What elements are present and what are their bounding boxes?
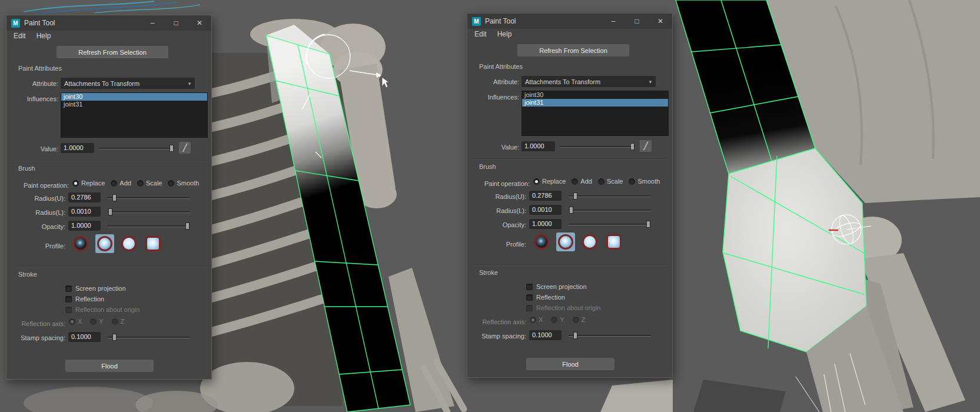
slider-handle[interactable] bbox=[108, 208, 112, 215]
influences-list[interactable]: joint30 joint31 bbox=[61, 92, 208, 138]
window-controls: – □ ✕ bbox=[602, 14, 672, 29]
flood-button[interactable]: Flood bbox=[526, 358, 614, 370]
checkbox-icon bbox=[65, 307, 72, 313]
menu-edit[interactable]: Edit bbox=[474, 30, 487, 38]
radio-icon bbox=[90, 318, 97, 325]
reflection-checkbox[interactable]: Reflection bbox=[65, 295, 104, 303]
influence-item-joint30[interactable]: joint30 bbox=[522, 91, 668, 99]
opacity-field[interactable]: 1.0000 bbox=[68, 221, 101, 231]
value-slider[interactable] bbox=[560, 142, 635, 151]
opacity-field[interactable]: 1.0000 bbox=[529, 219, 562, 229]
value-field[interactable]: 1.0000 bbox=[521, 141, 555, 151]
attribute-dropdown[interactable]: Attachments To Transform ▾ bbox=[521, 76, 656, 87]
stamp-spacing-slider[interactable] bbox=[569, 331, 651, 340]
radio-replace[interactable]: Replace bbox=[533, 178, 566, 185]
slider-handle[interactable] bbox=[630, 143, 634, 150]
attribute-dropdown[interactable]: Attachments To Transform ▾ bbox=[61, 78, 195, 89]
gaussian-brush-profile-button[interactable] bbox=[71, 234, 90, 253]
close-icon[interactable]: ✕ bbox=[188, 15, 211, 31]
slider-handle[interactable] bbox=[170, 145, 174, 152]
slider-handle[interactable] bbox=[569, 207, 573, 214]
refresh-from-selection-button[interactable]: Refresh From Selection bbox=[517, 44, 629, 57]
radio-label: Replace bbox=[542, 178, 566, 185]
minimize-icon[interactable]: – bbox=[602, 14, 625, 29]
soft-brush-profile-button[interactable] bbox=[95, 234, 114, 253]
maximize-icon[interactable]: □ bbox=[625, 14, 649, 29]
solid-brush-profile-button[interactable] bbox=[580, 232, 599, 251]
radius-u-slider[interactable] bbox=[569, 191, 651, 201]
close-icon[interactable]: ✕ bbox=[649, 14, 672, 29]
paint-value-tool-button[interactable]: ╱ bbox=[179, 142, 191, 154]
stamp-spacing-field[interactable]: 0.1000 bbox=[529, 330, 562, 340]
section-stroke: Stroke bbox=[479, 269, 498, 276]
stamp-spacing-label: Stamp spacing: bbox=[9, 334, 65, 341]
influences-list[interactable]: joint30 joint31 bbox=[521, 91, 669, 136]
radio-replace[interactable]: Replace bbox=[72, 180, 105, 187]
screen-projection-checkbox[interactable]: Screen projection bbox=[526, 283, 587, 290]
slider-handle[interactable] bbox=[646, 221, 650, 228]
reflection-axis-radios: X Y Z bbox=[530, 316, 585, 323]
reflection-about-origin-checkbox: Reflection about origin bbox=[526, 304, 600, 311]
influence-item-joint31[interactable]: joint31 bbox=[522, 99, 668, 107]
slash-icon: ╱ bbox=[182, 144, 187, 152]
paint-value-tool-button[interactable]: ╱ bbox=[640, 140, 652, 152]
radius-u-slider[interactable] bbox=[108, 193, 190, 202]
soft-brush-profile-button[interactable] bbox=[556, 232, 575, 251]
radius-u-field[interactable]: 0.2786 bbox=[68, 192, 101, 202]
square-brush-icon bbox=[145, 236, 161, 251]
radio-smooth[interactable]: Smooth bbox=[629, 178, 660, 185]
radio-icon bbox=[530, 317, 536, 323]
menu-help[interactable]: Help bbox=[497, 30, 512, 38]
slider-handle[interactable] bbox=[112, 194, 117, 201]
stamp-spacing-slider[interactable] bbox=[108, 333, 190, 342]
radio-scale[interactable]: Scale bbox=[137, 180, 162, 187]
value-field[interactable]: 1.0000 bbox=[61, 143, 94, 153]
influence-item-joint31[interactable]: joint31 bbox=[61, 101, 207, 108]
radio-smooth[interactable]: Smooth bbox=[168, 180, 199, 187]
menu-edit[interactable]: Edit bbox=[14, 32, 26, 40]
titlebar[interactable]: M Paint Tool – □ ✕ bbox=[467, 14, 672, 29]
maya-app-icon: M bbox=[472, 17, 481, 26]
opacity-slider[interactable] bbox=[108, 221, 190, 231]
section-paint-attributes: Paint Attributes bbox=[479, 63, 523, 70]
radio-label: X bbox=[78, 318, 82, 325]
refresh-from-selection-button[interactable]: Refresh From Selection bbox=[57, 46, 168, 58]
radius-u-label: Radius(U): bbox=[9, 195, 65, 202]
opacity-slider[interactable] bbox=[569, 220, 651, 229]
radio-add[interactable]: Add bbox=[572, 178, 592, 185]
solid-brush-profile-button[interactable] bbox=[119, 234, 138, 253]
radius-u-field[interactable]: 0.2786 bbox=[529, 191, 562, 201]
window-title: Paint Tool bbox=[24, 19, 55, 27]
radio-scale[interactable]: Scale bbox=[598, 178, 623, 185]
flood-button[interactable]: Flood bbox=[65, 360, 154, 372]
radio-icon bbox=[573, 317, 579, 323]
titlebar[interactable]: M Paint Tool – □ ✕ bbox=[6, 15, 211, 31]
slider-handle[interactable] bbox=[185, 222, 190, 230]
checkbox-icon bbox=[65, 296, 72, 303]
section-divider bbox=[473, 264, 666, 265]
slider-handle[interactable] bbox=[112, 334, 117, 341]
maximize-icon[interactable]: □ bbox=[164, 15, 188, 31]
screen-projection-checkbox[interactable]: Screen projection bbox=[65, 285, 126, 292]
minimize-icon[interactable]: – bbox=[141, 15, 164, 31]
radius-l-field[interactable]: 0.0010 bbox=[529, 205, 562, 215]
square-brush-profile-button[interactable] bbox=[144, 234, 162, 253]
profile-label: Profile: bbox=[9, 242, 65, 250]
square-brush-profile-button[interactable] bbox=[604, 232, 623, 251]
section-brush: Brush bbox=[479, 163, 496, 170]
window-title: Paint Tool bbox=[485, 17, 516, 25]
stamp-spacing-field[interactable]: 0.1000 bbox=[68, 332, 101, 342]
influence-item-joint30[interactable]: joint30 bbox=[61, 93, 207, 101]
radio-add[interactable]: Add bbox=[111, 180, 131, 187]
radio-icon bbox=[137, 180, 144, 187]
radius-l-slider[interactable] bbox=[108, 207, 190, 217]
menu-help[interactable]: Help bbox=[36, 32, 51, 40]
slider-handle[interactable] bbox=[573, 332, 577, 339]
radius-l-slider[interactable] bbox=[569, 205, 651, 215]
gaussian-brush-profile-button[interactable] bbox=[532, 232, 551, 251]
radius-l-field[interactable]: 0.0010 bbox=[68, 207, 101, 217]
menubar: Edit Help bbox=[474, 30, 511, 38]
reflection-checkbox[interactable]: Reflection bbox=[526, 294, 565, 301]
slider-handle[interactable] bbox=[573, 192, 577, 200]
value-slider[interactable] bbox=[99, 144, 174, 153]
